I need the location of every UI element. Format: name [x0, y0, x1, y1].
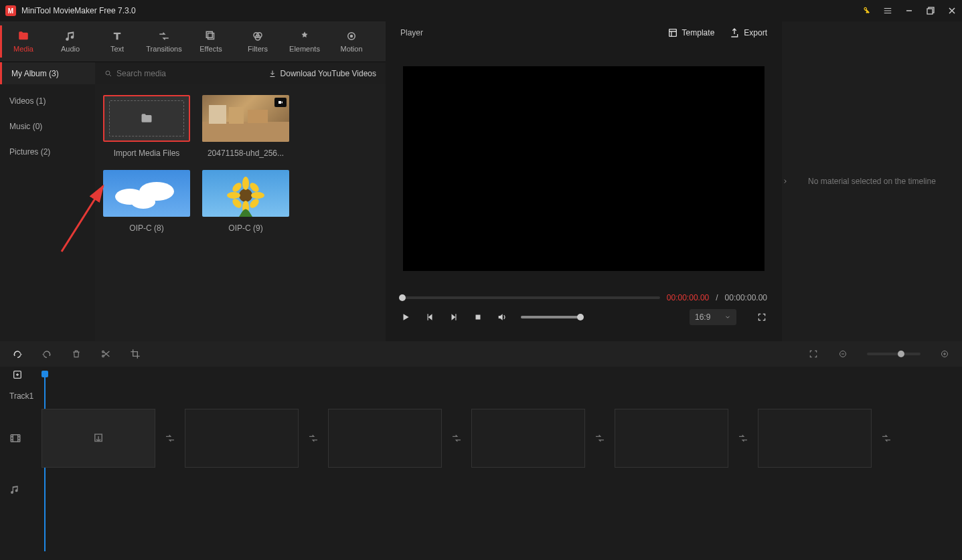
clip-slot[interactable]	[471, 409, 585, 468]
folder-icon	[17, 30, 30, 42]
album-tab[interactable]: My Album (3)	[0, 62, 95, 85]
sidebar-item-videos[interactable]: Videos (1)	[0, 88, 95, 114]
svg-rect-3	[206, 31, 212, 37]
clip-slot[interactable]	[328, 409, 442, 468]
video-badge-icon	[274, 98, 287, 107]
import-media-button[interactable]	[103, 95, 190, 142]
svg-rect-35	[11, 435, 20, 442]
sidebar-item-pictures[interactable]: Pictures (2)	[0, 139, 95, 165]
transition-slot[interactable]	[155, 409, 185, 468]
zoom-slider[interactable]	[867, 353, 920, 355]
player-panel: Player Template Export 00:00:00.00 / 00	[390, 21, 778, 341]
music-icon	[64, 30, 76, 42]
transition-slot[interactable]	[442, 409, 471, 468]
prev-button[interactable]	[424, 312, 435, 322]
add-track-button[interactable]	[12, 369, 23, 380]
time-total: 00:00:00.00	[725, 293, 767, 302]
next-button[interactable]	[449, 312, 459, 322]
svg-point-8	[351, 35, 353, 37]
search-input[interactable]	[116, 69, 210, 78]
tab-audio[interactable]: Audio	[47, 21, 94, 62]
tab-transitions[interactable]: Transitions	[141, 21, 187, 62]
media-label: OIP-C (9)	[202, 223, 289, 233]
main-toolbar: Media Audio Text Transitions Effects Fil…	[0, 21, 386, 62]
volume-icon[interactable]	[497, 312, 507, 322]
tab-text[interactable]: Text	[94, 21, 141, 62]
transition-slot[interactable]	[299, 409, 328, 468]
split-button[interactable]	[100, 349, 111, 359]
crop-button[interactable]	[130, 349, 141, 359]
template-icon	[667, 27, 678, 38]
tab-motion[interactable]: Motion	[328, 21, 375, 62]
title-bar: M MiniTool MovieMaker Free 7.3.0	[0, 0, 962, 21]
text-icon	[111, 30, 123, 42]
export-icon	[729, 27, 740, 38]
media-thumb[interactable]	[103, 170, 190, 217]
zoom-in-button[interactable]	[939, 349, 950, 359]
undo-button[interactable]	[12, 349, 23, 359]
close-button[interactable]	[947, 6, 957, 15]
svg-point-17	[131, 195, 155, 209]
play-button[interactable]	[400, 312, 411, 322]
minimize-button[interactable]	[904, 6, 914, 15]
transition-icon	[158, 30, 170, 42]
svg-rect-12	[229, 107, 244, 124]
preview-screen[interactable]	[403, 66, 765, 271]
clip-slot[interactable]	[615, 409, 728, 468]
delete-button[interactable]	[71, 349, 82, 359]
clip-slot[interactable]	[758, 409, 872, 468]
svg-rect-1	[927, 9, 933, 14]
svg-point-19	[242, 177, 249, 190]
chevron-down-icon	[724, 314, 731, 320]
properties-panel: No material selected on the timeline	[782, 21, 962, 341]
fit-button[interactable]	[808, 349, 819, 359]
motion-icon	[345, 30, 357, 42]
template-button[interactable]: Template	[667, 27, 715, 38]
media-thumb[interactable]	[202, 95, 289, 142]
timeline-toolbar	[0, 341, 962, 367]
tab-filters[interactable]: Filters	[234, 21, 281, 62]
media-label: 20471158-uhd_256...	[202, 149, 289, 158]
sidebar-item-music[interactable]: Music (0)	[0, 114, 95, 139]
aspect-ratio-select[interactable]: 16:9	[690, 309, 736, 325]
timeline-panel: Track1	[0, 341, 962, 560]
svg-point-18	[239, 189, 252, 202]
transition-slot[interactable]	[585, 409, 615, 468]
tab-label: Audio	[61, 45, 80, 53]
app-title: MiniTool MovieMaker Free 7.3.0	[21, 6, 136, 15]
svg-rect-10	[202, 122, 289, 142]
svg-point-22	[251, 192, 264, 199]
transition-slot[interactable]	[872, 409, 901, 468]
svg-point-9	[106, 71, 110, 75]
download-icon	[268, 70, 276, 78]
maximize-button[interactable]	[926, 6, 935, 15]
volume-slider[interactable]	[521, 316, 581, 318]
chevron-right-icon[interactable]	[782, 177, 789, 186]
media-thumb[interactable]	[202, 170, 289, 217]
clip-slot[interactable]	[42, 409, 155, 468]
zoom-out-button[interactable]	[837, 349, 848, 359]
key-icon[interactable]	[862, 6, 871, 15]
playhead[interactable]	[42, 371, 48, 377]
export-button[interactable]: Export	[729, 27, 767, 38]
stop-button[interactable]	[473, 312, 483, 322]
empty-state-text: No material selected on the timeline	[808, 177, 936, 186]
audio-track[interactable]	[0, 470, 962, 510]
clip-slot[interactable]	[185, 409, 299, 468]
tab-label: Media	[13, 45, 33, 53]
menu-icon[interactable]	[883, 6, 892, 15]
tab-effects[interactable]: Effects	[187, 21, 234, 62]
seek-slider[interactable]	[400, 296, 660, 299]
folder-icon	[139, 112, 154, 125]
effects-icon	[205, 30, 217, 42]
tab-label: Transitions	[146, 45, 181, 53]
tab-label: Text	[110, 45, 124, 53]
tab-elements[interactable]: Elements	[281, 21, 328, 62]
transition-slot[interactable]	[728, 409, 758, 468]
track-label: Track1	[0, 385, 962, 407]
download-youtube-button[interactable]: Download YouTube Videos	[268, 69, 386, 78]
tab-media[interactable]: Media	[0, 21, 47, 62]
video-track[interactable]	[0, 407, 962, 470]
redo-button[interactable]	[42, 349, 52, 359]
fullscreen-button[interactable]	[756, 312, 767, 322]
